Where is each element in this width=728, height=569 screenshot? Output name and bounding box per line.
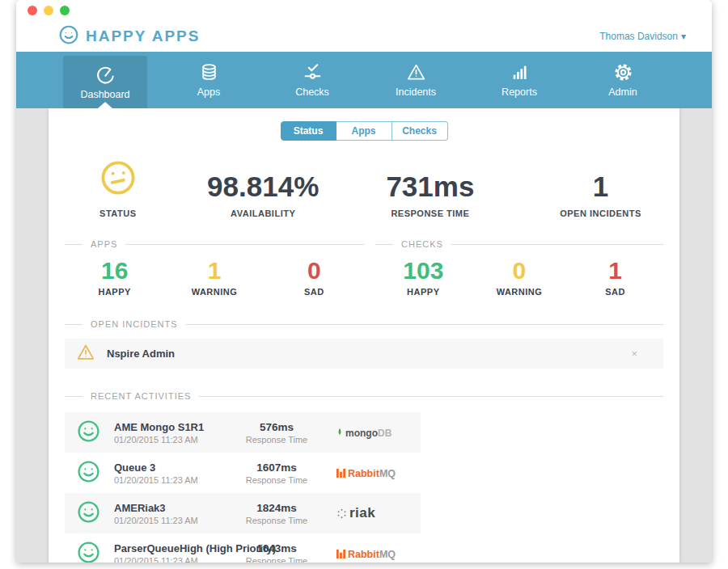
logo-text: DB (378, 428, 392, 439)
activity-row[interactable]: AMERiak3 01/20/2015 11:23 AM 1824ms Resp… (65, 493, 421, 533)
nav-item-apps[interactable]: Apps (167, 52, 251, 108)
apps-warning-count: 1 WARNING (164, 257, 264, 297)
warning-triangle-icon (76, 343, 95, 365)
checks-happy-count: 103 HAPPY (375, 257, 472, 297)
activity-timestamp: 01/20/2015 11:23 AM (114, 556, 225, 563)
nav-item-checks[interactable]: Checks (270, 52, 354, 108)
activity-row[interactable]: ParserQueueHigh (High Priority) 01/20/20… (65, 533, 421, 563)
brand-name: HAPPY APPS (86, 27, 200, 45)
activity-timestamp: 01/20/2015 11:23 AM (114, 516, 225, 525)
activity-timestamp: 01/20/2015 11:23 AM (114, 435, 225, 445)
count-value: 0 (513, 257, 527, 284)
count-value: 0 (307, 257, 321, 284)
summary-stats: STATUS 98.814% AVAILABILITY 731ms RESPON… (49, 158, 679, 218)
open-incidents-section: OPEN INCIDENTS Nspire Admin × (49, 319, 679, 369)
activity-name: Queue 3 (114, 462, 225, 474)
checks-counters: CHECKS 103 HAPPY 0 WARNING 1 (364, 239, 663, 297)
logo-text: mongo (345, 428, 378, 439)
stat-label: OPEN INCIDENTS (560, 209, 641, 218)
checks-section-header: CHECKS (375, 239, 663, 249)
count-label: HAPPY (98, 287, 130, 297)
nav-item-admin[interactable]: Admin (581, 52, 665, 108)
stat-label: RESPONSE TIME (391, 209, 469, 218)
section-title: OPEN INCIDENTS (91, 319, 178, 329)
check-node-icon (303, 62, 323, 82)
riak-starburst-icon (336, 508, 347, 519)
view-tabs: Status Apps Checks (49, 121, 679, 141)
logo-text: riak (349, 505, 375, 521)
activity-row[interactable]: Queue 3 01/20/2015 11:23 AM 1607ms Respo… (65, 453, 421, 493)
nav-label: Reports (502, 86, 537, 98)
happy-face-icon (76, 499, 101, 528)
count-label: WARNING (192, 287, 238, 297)
tab-status[interactable]: Status (281, 121, 336, 141)
open-incidents-header: OPEN INCIDENTS (65, 319, 663, 329)
close-window-button[interactable] (28, 6, 37, 15)
brand-logo[interactable]: HAPPY APPS (58, 24, 200, 48)
apps-counters: APPS 16 HAPPY 1 WARNING 0 SAD (65, 239, 364, 297)
section-title: RECENT ACTIVITIES (91, 391, 191, 401)
count-label: SAD (304, 287, 324, 297)
happy-face-icon (76, 419, 101, 447)
minimize-window-button[interactable] (44, 6, 53, 15)
logo-text: MQ (379, 468, 396, 479)
happy-face-icon (76, 540, 101, 563)
availability-value: 98.814% (207, 171, 319, 203)
riak-logo: riak (328, 505, 413, 521)
recent-activities-section: RECENT ACTIVITIES (49, 391, 679, 401)
bar-chart-icon (510, 62, 530, 82)
activity-row[interactable]: AME Mongo S1R1 01/20/2015 11:23 AM 576ms… (65, 412, 421, 453)
count-label: HAPPY (407, 287, 439, 297)
count-value: 1 (208, 257, 222, 284)
section-title: APPS (91, 239, 117, 249)
counters-section: APPS 16 HAPPY 1 WARNING 0 SAD (49, 239, 679, 297)
activity-response-label: Response Time (238, 556, 315, 563)
activity-response-value: 1643ms (238, 542, 315, 554)
logo-text: MQ (379, 549, 396, 560)
warning-triangle-icon (406, 62, 426, 82)
count-label: SAD (605, 287, 625, 297)
gauge-icon (95, 65, 116, 85)
stat-label: STATUS (99, 209, 136, 218)
incident-name: Nspire Admin (107, 348, 620, 360)
activity-response-label: Response Time (238, 435, 315, 445)
app-window: HAPPY APPS Thomas Davidson ▾ Dashboard (16, 0, 712, 563)
apps-sad-count: 0 SAD (265, 257, 364, 297)
apps-section-header: APPS (65, 239, 364, 249)
incident-row[interactable]: Nspire Admin × (65, 339, 663, 369)
zoom-window-button[interactable] (60, 6, 70, 15)
caret-down-icon: ▾ (681, 31, 686, 42)
activity-response-value: 1824ms (238, 502, 315, 514)
gear-icon (613, 62, 633, 82)
stat-open-incidents: 1 OPEN INCIDENTS (522, 171, 679, 219)
smiley-logo-icon (58, 24, 79, 48)
rabbitmq-logo: RabbitMQ (328, 546, 413, 561)
nav-item-reports[interactable]: Reports (477, 52, 561, 108)
stat-status: STATUS (49, 158, 188, 218)
main-nav: Dashboard Apps C (16, 52, 712, 108)
activity-list: AME Mongo S1R1 01/20/2015 11:23 AM 576ms… (49, 412, 421, 563)
activity-response-label: Response Time (238, 475, 315, 485)
response-time-value: 731ms (386, 171, 474, 203)
activity-name: AME Mongo S1R1 (114, 421, 225, 433)
tab-apps[interactable]: Apps (336, 121, 392, 141)
rabbitmq-icon (336, 469, 345, 478)
tab-checks[interactable]: Checks (392, 121, 448, 141)
nav-label: Admin (608, 86, 637, 98)
count-value: 16 (101, 257, 128, 284)
nav-label: Incidents (396, 86, 436, 98)
happy-face-icon (76, 459, 101, 487)
nav-item-dashboard[interactable]: Dashboard (63, 56, 147, 108)
stat-availability: 98.814% AVAILABILITY (188, 171, 339, 219)
rabbitmq-icon (336, 550, 345, 558)
open-incidents-value: 1 (593, 171, 608, 203)
activity-name: AMERiak3 (114, 502, 225, 514)
close-icon[interactable]: × (631, 348, 652, 360)
user-menu[interactable]: Thomas Davidson ▾ (599, 31, 686, 42)
checks-warning-count: 0 WARNING (472, 257, 568, 297)
count-value: 1 (608, 257, 622, 284)
nav-item-incidents[interactable]: Incidents (374, 52, 458, 108)
checks-sad-count: 1 SAD (567, 257, 663, 297)
activity-response-value: 1607ms (238, 462, 315, 474)
nav-label: Dashboard (80, 89, 129, 100)
